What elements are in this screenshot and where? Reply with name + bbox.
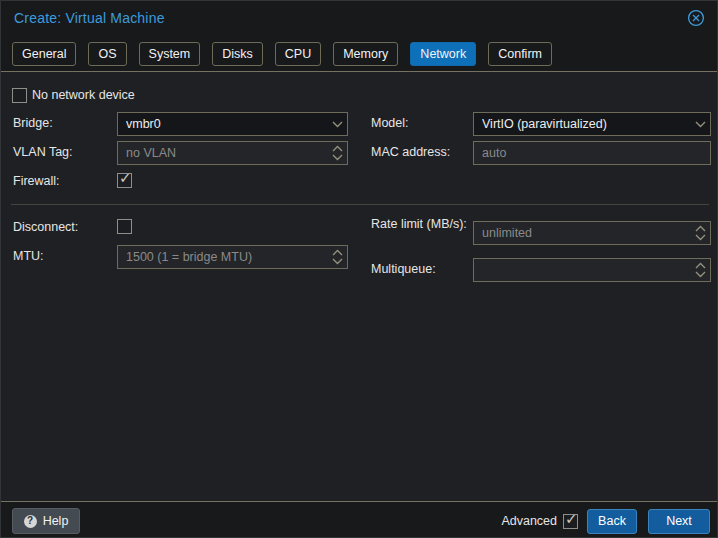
multiqueue-spinner[interactable] <box>473 258 711 282</box>
vlan-tag-input[interactable] <box>118 146 327 160</box>
checkmark-icon: ✓ <box>119 170 132 185</box>
wizard-tab-bar: General OS System Disks CPU Memory Netwo… <box>12 42 552 66</box>
no-network-device-checkbox[interactable] <box>12 88 27 103</box>
advanced-checkbox[interactable]: ✓ <box>563 514 578 529</box>
network-form-panel: No network device Bridge: Model: VLAN Ta… <box>1 71 718 502</box>
rate-limit-spinner[interactable] <box>473 221 711 245</box>
rate-limit-input[interactable] <box>474 226 690 240</box>
back-button[interactable]: Back <box>587 509 637 534</box>
bridge-input[interactable] <box>118 117 327 131</box>
tab-network[interactable]: Network <box>410 42 476 66</box>
mtu-input[interactable] <box>118 250 327 264</box>
tab-cpu[interactable]: CPU <box>275 42 321 66</box>
spinner-up-down-icon[interactable] <box>327 246 347 268</box>
advanced-section-divider <box>11 204 709 205</box>
next-button[interactable]: Next <box>648 509 710 534</box>
spinner-up-down-icon[interactable] <box>327 142 347 164</box>
model-combobox[interactable] <box>473 112 711 136</box>
bridge-combobox[interactable] <box>117 112 348 136</box>
footer-right-group: Advanced ✓ Back Next <box>501 508 710 534</box>
spinner-up-down-icon[interactable] <box>690 259 710 281</box>
tab-os[interactable]: OS <box>88 42 126 66</box>
dialog-footer-toolbar: ? Help Advanced ✓ Back Next <box>1 502 718 538</box>
mac-address-field[interactable] <box>473 141 711 165</box>
chevron-down-icon[interactable] <box>690 113 710 135</box>
question-circle-icon: ? <box>24 515 37 528</box>
checkmark-icon: ✓ <box>565 511 578 526</box>
tab-system[interactable]: System <box>139 42 201 66</box>
mtu-spinner[interactable] <box>117 245 348 269</box>
tab-memory[interactable]: Memory <box>333 42 398 66</box>
vlan-tag-label: VLAN Tag: <box>13 145 73 160</box>
vlan-tag-spinner[interactable] <box>117 141 348 165</box>
tab-general[interactable]: General <box>12 42 76 66</box>
multiqueue-input[interactable] <box>474 263 690 277</box>
mac-address-input[interactable] <box>474 146 710 160</box>
help-button-label: Help <box>43 514 69 528</box>
firewall-label: Firewall: <box>13 174 60 189</box>
multiqueue-label: Multiqueue: <box>371 262 436 277</box>
disconnect-label: Disconnect: <box>13 220 78 235</box>
create-vm-dialog: Create: Virtual Machine General OS Syste… <box>0 0 718 538</box>
mac-address-label: MAC address: <box>371 145 450 160</box>
rate-limit-label: Rate limit (MB/s): <box>371 215 469 234</box>
tab-disks[interactable]: Disks <box>212 42 263 66</box>
mtu-label: MTU: <box>13 249 44 264</box>
model-label: Model: <box>371 116 409 131</box>
advanced-label: Advanced <box>501 514 557 528</box>
chevron-down-icon[interactable] <box>327 113 347 135</box>
firewall-checkbox[interactable]: ✓ <box>117 173 132 188</box>
no-network-device-label: No network device <box>32 88 135 103</box>
help-button[interactable]: ? Help <box>12 508 80 534</box>
dialog-title: Create: Virtual Machine <box>14 10 165 26</box>
tab-confirm[interactable]: Confirm <box>488 42 552 66</box>
model-input[interactable] <box>474 117 690 131</box>
bridge-label: Bridge: <box>13 116 53 131</box>
spinner-up-down-icon[interactable] <box>690 222 710 244</box>
close-icon[interactable] <box>686 8 706 28</box>
disconnect-checkbox[interactable] <box>117 219 132 234</box>
